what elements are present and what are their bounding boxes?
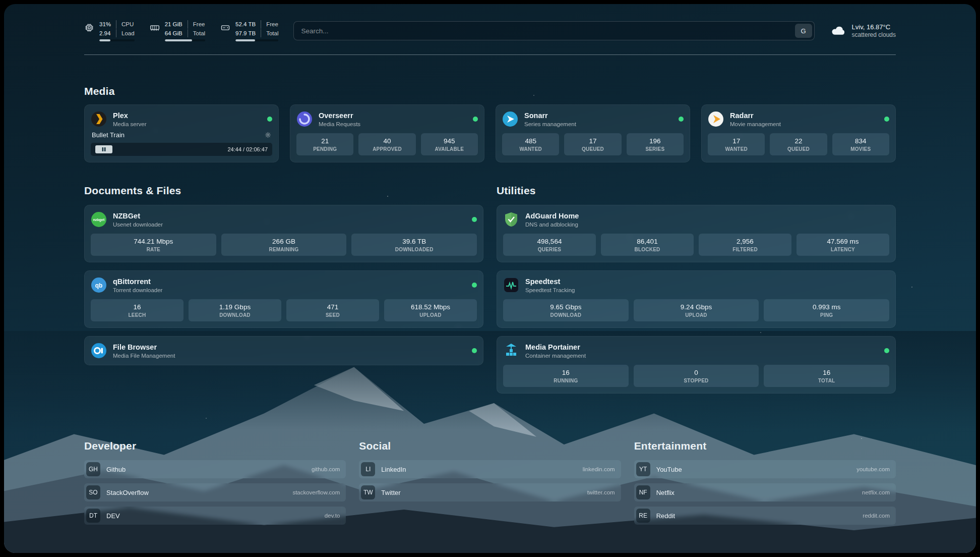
- top-bar: 31% CPU 2.94 Load 21 GiB: [84, 20, 896, 41]
- service-name: AdGuard Home: [525, 211, 579, 221]
- bookmark-domain: twitter.com: [587, 489, 615, 495]
- service-name: Overseerr: [319, 111, 360, 121]
- stat-box: 40APPROVED: [358, 133, 415, 155]
- service-subtitle: Speedtest Tracking: [525, 287, 575, 293]
- bookmark-abbr: DT: [86, 509, 100, 523]
- entertainment-heading: Entertainment: [634, 440, 896, 452]
- disk-widget: 52.4 TB Free 97.9 TB Total: [220, 20, 278, 41]
- service-subtitle: Media File Management: [113, 353, 175, 359]
- bookmark-linkedin[interactable]: LI LinkedIn linkedin.com: [359, 460, 621, 478]
- service-card-portainer[interactable]: Media Portainer Container management 16R…: [497, 336, 896, 394]
- service-card-overseerr[interactable]: Overseerr Media Requests 21PENDING 40APP…: [290, 104, 484, 162]
- gear-icon[interactable]: [265, 132, 271, 138]
- disk-icon: [220, 23, 230, 33]
- resource-widgets: 31% CPU 2.94 Load 21 GiB: [84, 20, 278, 41]
- disk-usage-bar: [235, 39, 278, 41]
- stat-box: 1.19 GbpsDOWNLOAD: [189, 299, 281, 321]
- service-card-plex[interactable]: Plex Media server Bullet Train: [84, 104, 279, 162]
- status-dot: [679, 117, 684, 122]
- bookmark-reddit[interactable]: RE Reddit reddit.com: [634, 507, 896, 525]
- stat-box: 17WANTED: [708, 133, 765, 155]
- stat-box: 498,564QUERIES: [503, 234, 596, 256]
- service-card-sonarr[interactable]: Sonarr Series management 485WANTED 17QUE…: [496, 104, 690, 162]
- service-name: Speedtest: [525, 277, 575, 287]
- bookmark-name: DEV: [106, 512, 120, 520]
- section-developer: Developer GH Github github.com SO StackO…: [84, 440, 346, 525]
- service-subtitle: Torrent downloader: [113, 287, 162, 293]
- adguard-icon: [503, 211, 519, 228]
- bookmark-youtube[interactable]: YT YouTube youtube.com: [634, 460, 896, 478]
- service-subtitle: DNS and adblocking: [525, 221, 579, 228]
- svg-text:nzbget: nzbget: [93, 218, 105, 222]
- resource-value: 64 GiB: [165, 29, 188, 38]
- stat-box: 485WANTED: [502, 133, 559, 155]
- bookmark-name: LinkedIn: [381, 466, 406, 473]
- search-provider-button[interactable]: G: [795, 24, 812, 38]
- status-dot: [884, 348, 889, 353]
- topbar-divider: [84, 54, 896, 55]
- service-card-radarr[interactable]: Radarr Movie management 17WANTED 22QUEUE…: [701, 104, 896, 162]
- resource-label: Total: [188, 29, 205, 38]
- service-card-speedtest[interactable]: Speedtest Speedtest Tracking 9.65 GbpsDO…: [497, 270, 896, 328]
- resource-label: Load: [116, 29, 135, 38]
- stat-box: 16LEECH: [91, 299, 183, 321]
- filebrowser-icon: [91, 343, 107, 359]
- bookmark-stackoverflow[interactable]: SO StackOverflow stackoverflow.com: [84, 483, 346, 502]
- status-dot: [267, 117, 272, 122]
- now-playing-title: Bullet Train: [92, 131, 125, 139]
- service-subtitle: Series management: [524, 121, 576, 127]
- resource-value: 21 GiB: [165, 20, 188, 29]
- service-card-nzbget[interactable]: nzbget NZBGet Usenet downloader 744.21 M…: [84, 205, 483, 262]
- bookmark-abbr: YT: [636, 462, 650, 476]
- bookmark-name: Reddit: [656, 512, 676, 520]
- service-subtitle: Media server: [113, 121, 146, 127]
- playback-time: 24:44 / 02:06:47: [227, 146, 268, 152]
- cpu-icon: [84, 23, 94, 33]
- bookmark-name: Netflix: [656, 489, 675, 496]
- stat-box: 834MOVIES: [832, 133, 889, 155]
- service-subtitle: Usenet downloader: [113, 221, 163, 228]
- nzbget-icon: nzbget: [91, 211, 107, 228]
- stat-box: 266 GBREMAINING: [221, 234, 347, 256]
- bookmark-abbr: RE: [636, 509, 650, 523]
- page-content: 31% CPU 2.94 Load 21 GiB: [84, 4, 896, 545]
- bookmark-github[interactable]: GH Github github.com: [84, 460, 346, 478]
- overseerr-icon: [296, 111, 313, 127]
- section-media: Media Plex Media server: [84, 85, 896, 162]
- weather-location: Lviv, 16.87°C: [852, 23, 896, 31]
- service-name: Radarr: [730, 111, 781, 121]
- memory-widget: 21 GiB Free 64 GiB Total: [150, 20, 205, 41]
- resource-label: CPU: [116, 20, 135, 29]
- memory-usage-bar: [165, 39, 205, 41]
- bookmark-abbr: GH: [86, 462, 100, 476]
- bookmark-domain: linkedin.com: [583, 466, 615, 472]
- developer-heading: Developer: [84, 440, 346, 452]
- bookmark-twitter[interactable]: TW Twitter twitter.com: [359, 483, 621, 502]
- status-dot: [473, 117, 478, 122]
- plex-icon: [91, 111, 107, 127]
- service-card-adguard-home[interactable]: AdGuard Home DNS and adblocking 498,564Q…: [497, 205, 896, 262]
- stat-box: 21PENDING: [296, 133, 353, 155]
- service-name: Plex: [113, 111, 146, 121]
- pause-button[interactable]: [95, 145, 112, 153]
- documents-heading: Documents & Files: [84, 185, 483, 197]
- resource-label: Free: [188, 20, 205, 29]
- service-card-qbittorrent[interactable]: qb qBittorrent Torrent downloader 16LEEC…: [84, 270, 483, 328]
- svg-text:qb: qb: [95, 282, 103, 289]
- status-dot: [472, 217, 477, 222]
- service-card-filebrowser[interactable]: File Browser Media File Management: [84, 336, 483, 365]
- search-input[interactable]: [293, 21, 814, 40]
- resource-value: 97.9 TB: [235, 29, 261, 38]
- bookmark-dev[interactable]: DT DEV dev.to: [84, 507, 346, 525]
- stat-box: 16RUNNING: [503, 365, 629, 387]
- bookmark-netflix[interactable]: NF Netflix netflix.com: [634, 483, 896, 502]
- sonarr-icon: [502, 111, 518, 127]
- service-name: qBittorrent: [113, 277, 162, 287]
- playback-progress-bar[interactable]: 24:44 / 02:06:47: [91, 143, 272, 156]
- stat-box: 22QUEUED: [770, 133, 827, 155]
- bookmark-domain: reddit.com: [863, 513, 890, 519]
- stat-box: 0.993 msPING: [764, 299, 889, 321]
- cloud-icon: [830, 25, 847, 37]
- resource-value: 52.4 TB: [235, 20, 261, 29]
- section-entertainment: Entertainment YT YouTube youtube.com NF …: [634, 440, 896, 525]
